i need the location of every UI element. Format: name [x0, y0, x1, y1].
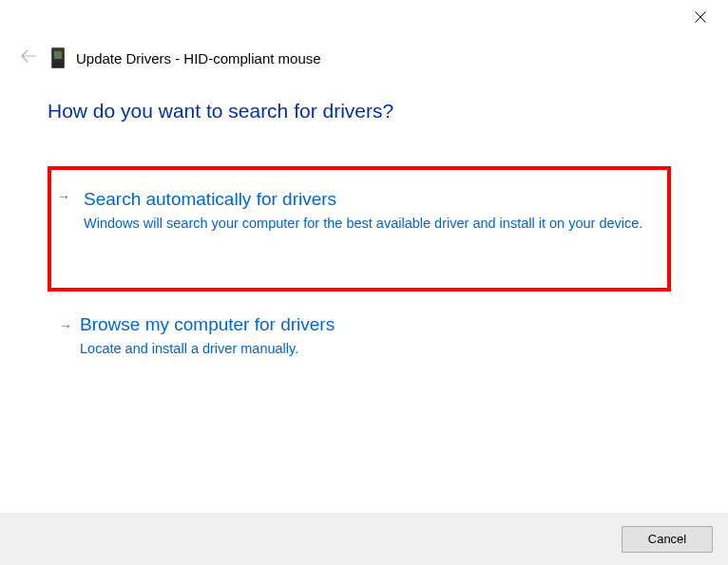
- cancel-button[interactable]: Cancel: [622, 526, 713, 553]
- back-arrow-icon: [21, 49, 36, 63]
- window-title: Update Drivers - HID-compliant mouse: [76, 50, 321, 66]
- close-button[interactable]: [686, 3, 715, 31]
- titlebar: [0, 0, 728, 34]
- content-area: How do you want to search for drivers? →…: [48, 100, 671, 360]
- option-title: Browse my computer for drivers: [80, 314, 648, 335]
- option-description: Locate and install a driver manually.: [80, 339, 648, 360]
- option-description: Windows will search your computer for th…: [84, 214, 644, 235]
- option-title: Search automatically for drivers: [84, 189, 644, 210]
- option-search-automatically[interactable]: → Search automatically for drivers Windo…: [48, 166, 671, 292]
- option-browse-computer[interactable]: → Browse my computer for drivers Locate …: [48, 314, 671, 360]
- arrow-right-icon: →: [57, 189, 70, 204]
- page-heading: How do you want to search for drivers?: [48, 100, 671, 122]
- footer-bar: Cancel: [0, 513, 728, 565]
- device-icon: [51, 47, 65, 68]
- arrow-right-icon: →: [59, 318, 72, 333]
- close-icon: [695, 11, 706, 23]
- back-button[interactable]: [17, 47, 40, 68]
- header-row: Update Drivers - HID-compliant mouse: [17, 47, 321, 68]
